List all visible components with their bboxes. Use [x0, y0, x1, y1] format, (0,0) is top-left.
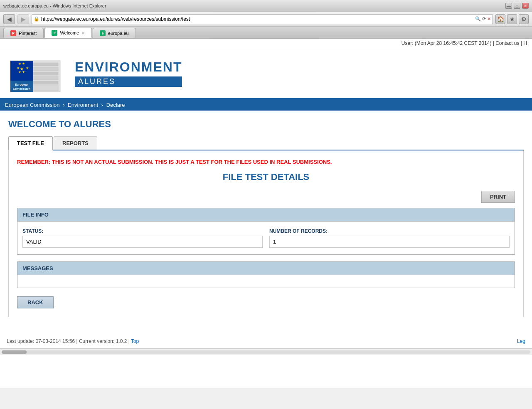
breadcrumb-sep1: › — [63, 102, 66, 108]
maximize-btn[interactable]: □ — [514, 3, 520, 9]
page-wrapper: User: (Mon Apr 28 16:45:42 CEST 2014) | … — [0, 39, 532, 388]
records-value: 1 — [269, 236, 510, 248]
status-label: STATUS: — [22, 228, 263, 234]
breadcrumb-declare[interactable]: Declare — [106, 102, 125, 108]
svg-text:★: ★ — [17, 66, 20, 70]
ec-building-graphic: ★ ★ ★ ★ ★ ★ ★ European Commission — [8, 52, 62, 94]
address-icons: 🔍 ⟳ ✕ — [475, 16, 491, 22]
footer-right: Leg — [517, 338, 525, 344]
field-row: STATUS: VALID NUMBER OF RECORDS: 1 — [22, 228, 510, 248]
file-info-body: STATUS: VALID NUMBER OF RECORDS: 1 — [17, 222, 515, 254]
back-button[interactable]: BACK — [17, 296, 54, 308]
home-btn[interactable]: 🏠 — [495, 14, 505, 24]
close-btn[interactable]: ✕ — [522, 3, 529, 9]
breadcrumb-ec[interactable]: European Commission — [5, 102, 60, 108]
settings-btn[interactable]: ⚙ — [519, 14, 529, 24]
titlebar-title: webgate.ec.europa.eu - Windows Internet … — [3, 3, 503, 8]
version-text: Current version: 1.0.2 — [79, 338, 127, 344]
favorites-btn[interactable]: ★ — [507, 14, 517, 24]
svg-text:★: ★ — [26, 66, 29, 70]
tab-test-file[interactable]: TEST FILE — [8, 136, 53, 150]
file-info-box: FILE INFO STATUS: VALID NUMBER OF RECORD… — [17, 208, 515, 255]
refresh-icon[interactable]: ⟳ — [482, 16, 486, 22]
browser-toolbar: ◀ ▶ 🔒 🔍 ⟳ ✕ 🏠 ★ ⚙ — [0, 12, 532, 27]
messages-box: MESSAGES — [17, 261, 515, 288]
tab-europa-label: europa.eu — [108, 31, 129, 36]
messages-header: MESSAGES — [17, 262, 515, 275]
print-btn-row: PRINT — [17, 191, 515, 203]
user-bar: User: (Mon Apr 28 16:45:42 CEST 2014) | … — [0, 39, 532, 48]
scrollbar-thumb[interactable] — [2, 350, 27, 354]
file-test-details-title: FILE TEST DETAILS — [17, 172, 515, 182]
breadcrumb: European Commission › Environment › Decl… — [0, 99, 532, 111]
status-field-group: STATUS: VALID — [22, 228, 263, 248]
scrollbar-track — [2, 350, 530, 354]
window-controls: — □ ✕ — [505, 3, 529, 9]
user-info: User: (Mon Apr 28 16:45:42 CEST 2014) | … — [401, 40, 527, 46]
site-footer: Last update: 07-03-2014 15:56 | Current … — [0, 334, 532, 348]
page-title: WELCOME TO ALURES — [8, 119, 524, 130]
messages-body — [17, 275, 515, 288]
print-button[interactable]: PRINT — [481, 191, 515, 203]
main-content: WELCOME TO ALURES TEST FILE REPORTS REME… — [0, 111, 532, 325]
file-info-header: FILE INFO — [17, 208, 515, 222]
tab-europa[interactable]: e europa.eu — [93, 28, 136, 38]
breadcrumb-sep2: › — [101, 102, 105, 108]
tab-pinterest-label: Pinterest — [19, 31, 37, 36]
tab-close-icon[interactable]: ✕ — [81, 31, 85, 35]
top-link[interactable]: Top — [131, 338, 139, 344]
bottom-scrollbar[interactable] — [0, 348, 532, 355]
warning-message: REMEMBER: THIS IS NOT AN ACTUAL SUBMISSI… — [17, 159, 515, 165]
address-input[interactable] — [41, 16, 473, 22]
forward-nav-btn[interactable]: ▶ — [17, 14, 29, 24]
header-alures-bar: ALURES — [75, 76, 182, 87]
browser-titlebar: webgate.ec.europa.eu - Windows Internet … — [0, 0, 532, 12]
header-title-area: ENVIRONMENT ALURES — [75, 59, 182, 87]
browser-tabs: P Pinterest e Welcome ✕ e europa.eu — [0, 27, 532, 38]
records-field-group: NUMBER OF RECORDS: 1 — [269, 228, 510, 248]
ie-favicon: e — [52, 30, 57, 36]
footer-left: Last update: 07-03-2014 15:56 | Current … — [7, 338, 139, 344]
back-nav-btn[interactable]: ◀ — [3, 14, 15, 24]
lock-icon: 🔒 — [34, 16, 39, 22]
leg-link[interactable]: Leg — [517, 338, 525, 344]
records-label: NUMBER OF RECORDS: — [269, 228, 510, 234]
stop-icon[interactable]: ✕ — [487, 16, 491, 22]
europa-favicon: e — [100, 30, 106, 36]
svg-text:★: ★ — [20, 67, 24, 71]
tab-welcome[interactable]: e Welcome ✕ — [44, 28, 92, 38]
header-env-title: ENVIRONMENT — [75, 59, 182, 75]
site-header: ★ ★ ★ ★ ★ ★ ★ European Commission ENVIRO… — [0, 48, 532, 99]
svg-text:Commission: Commission — [13, 87, 30, 90]
tab-pinterest[interactable]: P Pinterest — [3, 28, 44, 38]
tab-bar: TEST FILE REPORTS — [8, 136, 524, 150]
tab-welcome-label: Welcome — [60, 30, 79, 35]
search-icon[interactable]: 🔍 — [475, 16, 481, 22]
status-value: VALID — [22, 236, 263, 248]
svg-text:European: European — [15, 83, 28, 86]
last-update-text: Last update: 07-03-2014 15:56 — [7, 338, 75, 344]
svg-text:★ ★: ★ ★ — [18, 62, 25, 66]
tab-reports[interactable]: REPORTS — [54, 136, 97, 150]
breadcrumb-env[interactable]: Environment — [68, 102, 98, 108]
minimize-btn[interactable]: — — [505, 3, 512, 9]
address-bar-container: 🔒 🔍 ⟳ ✕ — [32, 14, 493, 24]
tab-content: REMEMBER: THIS IS NOT AN ACTUAL SUBMISSI… — [8, 150, 524, 317]
header-alures-title: ALURES — [75, 77, 182, 86]
pinterest-favicon: P — [10, 30, 16, 36]
logo-container: ★ ★ ★ ★ ★ ★ ★ European Commission — [8, 52, 62, 94]
